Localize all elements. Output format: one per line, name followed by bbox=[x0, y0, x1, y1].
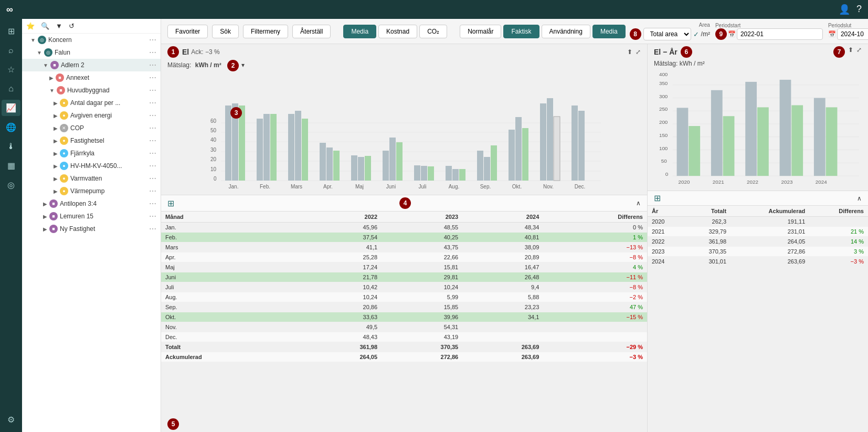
favoriter-button[interactable]: Favoriter bbox=[167, 25, 208, 38]
cop-menu-icon[interactable]: ⋯ bbox=[149, 124, 156, 132]
year-table-grid-icon: ⊞ bbox=[654, 193, 661, 203]
sidebar-item-cop[interactable]: ▶ ✕ COP ⋯ bbox=[22, 122, 161, 134]
table-cell-2023: 43,19 bbox=[382, 332, 462, 342]
table-cell-2024 bbox=[462, 332, 543, 342]
tab-media2[interactable]: Media bbox=[592, 25, 626, 38]
sidebar-item-avgiven-energi[interactable]: ▶ ● Avgiven energi ⋯ bbox=[22, 109, 161, 122]
sidebar-item-adlern2[interactable]: ▼ ■ Adlern 2 ⋯ bbox=[22, 59, 161, 71]
el-year-table-toggle[interactable]: ⊞ ∧ bbox=[648, 191, 868, 206]
fastighetsel-menu-icon[interactable]: ⋯ bbox=[149, 136, 156, 145]
hvhm-menu-icon[interactable]: ⋯ bbox=[149, 162, 156, 170]
filtermeny-button[interactable]: Filtermeny bbox=[243, 25, 288, 38]
el-year-bar-svg: 0 50 100 150 200 250 300 350 400 bbox=[654, 71, 862, 187]
toggle-check-icon[interactable]: ✓ bbox=[693, 30, 699, 38]
nav-settings-icon[interactable]: ⚙ bbox=[2, 412, 20, 428]
el-year-actions: 7 ⬆ ⤢ bbox=[833, 46, 862, 58]
el-year-download-icon[interactable]: ⬆ bbox=[848, 46, 853, 58]
badge-4: 4 bbox=[399, 197, 411, 209]
table-collapse-icon[interactable]: ∧ bbox=[636, 199, 641, 207]
el-table-toggle[interactable]: ⊞ 4 ∧ bbox=[161, 195, 647, 212]
antilopen-menu-icon[interactable]: ⋯ bbox=[149, 199, 156, 208]
svg-text:200: 200 bbox=[659, 119, 668, 125]
account-icon[interactable]: 👤 bbox=[839, 4, 850, 15]
area-label: Area bbox=[699, 22, 710, 28]
annexet-menu-icon[interactable]: ⋯ bbox=[149, 73, 156, 82]
svg-rect-86 bbox=[814, 98, 825, 176]
sok-button[interactable]: Sök bbox=[212, 25, 239, 38]
sidebar-item-huvudbyggnad[interactable]: ▼ ■ Huvudbyggnad ⋯ bbox=[22, 84, 161, 97]
sidebar-label-varmvatten: Varmvatten bbox=[70, 175, 102, 182]
table-cell-month: Dec. bbox=[161, 332, 301, 342]
el-year-expand-icon[interactable]: ⤢ bbox=[856, 46, 862, 58]
varmvatten-menu-icon[interactable]: ⋯ bbox=[149, 174, 156, 183]
sidebar-item-falun[interactable]: ▼ ◎ Falun ⋯ bbox=[22, 46, 161, 59]
sidebar-item-varmepump[interactable]: ▶ ● Värmepump ⋯ bbox=[22, 185, 161, 197]
sidebar-item-varmvatten[interactable]: ▶ ● Varmvatten ⋯ bbox=[22, 172, 161, 185]
nav-table-icon[interactable]: ▦ bbox=[2, 157, 20, 174]
period-end-group: Periodslut 📅 bbox=[828, 23, 868, 40]
svg-text:Okt.: Okt. bbox=[512, 184, 522, 189]
table-cell-2024: 5,88 bbox=[462, 292, 543, 302]
sidebar-item-antal-dagar[interactable]: ▶ ● Antal dagar per ... ⋯ bbox=[22, 97, 161, 109]
area-select[interactable]: Total area bbox=[643, 28, 691, 40]
sidebar-item-koncern[interactable]: ▼ ◎ Koncern ⋯ bbox=[22, 34, 161, 46]
tab-co2[interactable]: CO₂ bbox=[419, 25, 447, 38]
tab-kostnad[interactable]: Kostnad bbox=[378, 25, 417, 38]
tab-media[interactable]: Media bbox=[343, 25, 376, 38]
arrow-icon: ▼ bbox=[30, 37, 36, 43]
sidebar-item-fastighetsel[interactable]: ▶ ● Fastighetsel ⋯ bbox=[22, 134, 161, 147]
tab-normalaar[interactable]: Normalår bbox=[460, 25, 501, 38]
sidebar-item-lemuren[interactable]: ▶ ■ Lemuren 15 ⋯ bbox=[22, 210, 161, 223]
nyfastighet-menu-icon[interactable]: ⋯ bbox=[149, 225, 156, 233]
sidebar-item-hv-hm[interactable]: ▶ ● HV-HM-KV-4050... ⋯ bbox=[22, 160, 161, 172]
svg-rect-24 bbox=[326, 147, 333, 181]
lemuren-menu-icon[interactable]: ⋯ bbox=[149, 212, 156, 220]
year-table-header-row: År Totalt Ackumulerad Differens bbox=[648, 206, 868, 217]
nav-globe-icon[interactable]: 🌐 bbox=[2, 119, 20, 135]
varmepump-menu-icon[interactable]: ⋯ bbox=[149, 187, 156, 195]
el-expand-icon[interactable]: ⤢ bbox=[636, 48, 641, 56]
sidebar-filter-icon[interactable]: ▼ bbox=[56, 22, 62, 30]
period-start-input[interactable] bbox=[737, 28, 823, 40]
view-tabs: Normalår Faktisk Användning Media bbox=[460, 25, 625, 38]
nav-chart-icon[interactable]: 📈 bbox=[2, 100, 20, 116]
year-table-collapse-icon[interactable]: ∧ bbox=[857, 195, 862, 202]
nav-home-icon[interactable]: ⌂ bbox=[2, 81, 20, 97]
aterstall-button[interactable]: Återställ bbox=[292, 25, 331, 38]
period-end-input[interactable] bbox=[837, 28, 868, 40]
avgiven-menu-icon[interactable]: ⋯ bbox=[149, 111, 156, 120]
table-cell-2024: 38,09 bbox=[462, 243, 543, 252]
svg-rect-82 bbox=[745, 82, 757, 176]
sidebar-item-antilopen[interactable]: ▶ ■ Antilopen 3:4 ⋯ bbox=[22, 197, 161, 210]
svg-text:60: 60 bbox=[210, 118, 217, 124]
nav-temp-icon[interactable]: 🌡 bbox=[2, 139, 20, 154]
table-cell-2023: 272,86 bbox=[382, 352, 462, 362]
el-download-icon[interactable]: ⬆ bbox=[627, 48, 632, 56]
nav-grid-icon[interactable]: ⊞ bbox=[2, 23, 20, 39]
sidebar-search-icon[interactable]: 🔍 bbox=[41, 22, 49, 30]
year-cell-totalt: 361,98 bbox=[685, 237, 731, 247]
fjarrkyla-menu-icon[interactable]: ⋯ bbox=[149, 149, 156, 157]
matalslag-value[interactable]: kWh / m² bbox=[195, 61, 221, 69]
table-cell-2022: 37,54 bbox=[301, 233, 382, 243]
nav-map-icon[interactable]: ◎ bbox=[2, 177, 20, 193]
adlern2-menu-icon[interactable]: ⋯ bbox=[149, 61, 156, 69]
falun-menu-icon[interactable]: ⋯ bbox=[149, 48, 156, 57]
koncern-menu-icon[interactable]: ⋯ bbox=[149, 36, 156, 44]
tab-faktisk[interactable]: Faktisk bbox=[503, 25, 539, 38]
huvud-menu-icon[interactable]: ⋯ bbox=[149, 86, 156, 94]
help-icon[interactable]: ? bbox=[856, 4, 862, 15]
sidebar-item-annexet[interactable]: ▶ ■ Annexet ⋯ bbox=[22, 71, 161, 84]
antilopen-icon: ■ bbox=[49, 199, 58, 208]
sidebar-item-ny-fastighet[interactable]: ▶ ■ Ny Fastighet ⋯ bbox=[22, 223, 161, 235]
chevron-down-icon[interactable]: ▾ bbox=[241, 61, 245, 69]
tab-anvandning[interactable]: Användning bbox=[542, 25, 590, 38]
nav-star-icon[interactable]: ☆ bbox=[2, 61, 20, 78]
sidebar-fav-icon[interactable]: ⭐ bbox=[26, 22, 35, 30]
avgiven-icon: ● bbox=[60, 111, 68, 120]
sidebar-refresh-icon[interactable]: ↺ bbox=[69, 22, 75, 30]
nav-search-icon[interactable]: ⌕ bbox=[2, 43, 20, 58]
sidebar-item-fjarrkyla[interactable]: ▶ ● Fjärrkyla ⋯ bbox=[22, 147, 161, 160]
antal-menu-icon[interactable]: ⋯ bbox=[149, 99, 156, 107]
svg-text:50: 50 bbox=[210, 128, 217, 133]
